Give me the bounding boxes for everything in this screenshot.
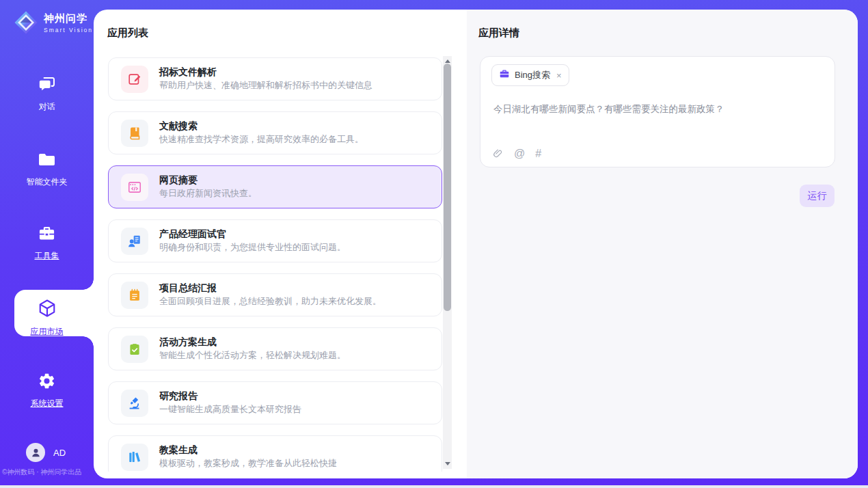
copyright-text: ©神州数码 · 神州问学出品 xyxy=(2,467,81,477)
scrollbar-up-arrow[interactable] xyxy=(445,59,450,63)
scrollbar-thumb[interactable] xyxy=(444,64,451,311)
browser-code-icon xyxy=(121,174,148,201)
bottom-strip xyxy=(0,485,868,488)
tool-chip-label: Bing搜索 xyxy=(515,69,550,81)
app-card-description: 明确身份和职责，为您提供专业性的面试问题。 xyxy=(159,242,346,254)
paperclip-icon[interactable] xyxy=(492,148,504,159)
gear-icon xyxy=(38,372,56,393)
app-card-description: 帮助用户快速、准确地理解和解析招标书中的关键信息 xyxy=(159,80,372,92)
sidebar-item-chat[interactable]: 对话 xyxy=(0,75,94,113)
app-card[interactable]: 招标文件解析帮助用户快速、准确地理解和解析招标书中的关键信息 xyxy=(108,57,442,100)
folder-icon xyxy=(38,150,56,172)
app-card-title: 活动方案生成 xyxy=(159,336,346,349)
sidebar-item-label: 工具集 xyxy=(35,250,59,262)
brand-diamond-icon xyxy=(14,10,38,35)
sidebar-item-gear[interactable]: 系统设置 xyxy=(0,372,94,409)
sidebar-item-label: 对话 xyxy=(39,101,55,113)
app-list: 招标文件解析帮助用户快速、准确地理解和解析招标书中的关键信息文献搜索快速精准查找… xyxy=(108,57,442,472)
cube-icon xyxy=(37,298,57,321)
microscope-icon xyxy=(121,390,148,417)
tool-chip-bing-search[interactable]: Bing搜索 × xyxy=(491,64,569,86)
app-list-title: 应用列表 xyxy=(107,27,148,40)
scrollbar-down-arrow[interactable] xyxy=(445,462,450,465)
books-icon xyxy=(121,444,148,471)
attachment-toolbar: @# xyxy=(492,148,541,159)
brand-tagline: Smart Vision xyxy=(44,27,93,33)
app-detail-title: 应用详情 xyxy=(478,27,519,40)
app-card[interactable]: 研究报告一键智能生成高质量长文本研究报告 xyxy=(108,381,442,424)
at-icon[interactable]: @ xyxy=(514,148,525,159)
brand-name: 神州问学 xyxy=(44,12,93,25)
app-card-title: 项目总结汇报 xyxy=(159,282,381,295)
notepad-icon xyxy=(121,282,148,309)
app-card[interactable]: 网页摘要每日政府新闻资讯快查。 xyxy=(108,165,442,208)
run-button[interactable]: 运行 xyxy=(800,185,835,207)
toolbox-icon xyxy=(38,224,56,245)
app-card-description: 一键智能生成高质量长文本研究报告 xyxy=(159,404,301,416)
app-card-title: 网页摘要 xyxy=(159,174,257,187)
app-card-title: 产品经理面试官 xyxy=(159,228,346,241)
prompt-text[interactable]: 今日湖北有哪些新闻要点？有哪些需要关注的最新政策？ xyxy=(493,103,822,116)
close-icon[interactable]: × xyxy=(556,70,562,81)
sidebar-item-cube[interactable]: 应用市场 xyxy=(0,298,94,338)
app-card-title: 研究报告 xyxy=(159,390,301,403)
app-card-description: 每日政府新闻资讯快查。 xyxy=(159,188,257,200)
pencil-square-icon xyxy=(121,66,148,93)
interviewer-icon xyxy=(121,228,148,255)
app-window: 神州问学 Smart Vision 对话智能文件夹工具集应用市场系统设置 AD … xyxy=(0,0,868,488)
user-row[interactable]: AD xyxy=(26,443,66,462)
sidebar-item-label: 智能文件夹 xyxy=(27,176,68,188)
avatar[interactable] xyxy=(26,443,45,462)
clipboard-check-icon xyxy=(121,336,148,363)
app-card-description: 全面回顾项目进展，总结经验教训，助力未来优化发展。 xyxy=(159,296,381,308)
app-card-title: 教案生成 xyxy=(159,444,337,457)
app-card[interactable]: 活动方案生成智能生成个性化活动方案，轻松解决规划难题。 xyxy=(108,327,442,370)
app-card[interactable]: 文献搜索快速精准查找学术资源，提高研究效率的必备工具。 xyxy=(108,111,442,154)
brand-logo: 神州问学 Smart Vision xyxy=(14,10,93,35)
book-icon xyxy=(121,120,148,147)
prompt-card: Bing搜索 × 今日湖北有哪些新闻要点？有哪些需要关注的最新政策？ @# xyxy=(480,56,835,167)
chat-icon xyxy=(38,75,56,96)
app-card-description: 智能生成个性化活动方案，轻松解决规划难题。 xyxy=(159,350,346,362)
app-card[interactable]: 项目总结汇报全面回顾项目进展，总结经验教训，助力未来优化发展。 xyxy=(108,273,442,316)
app-card-title: 文献搜索 xyxy=(159,120,364,133)
app-card-description: 快速精准查找学术资源，提高研究效率的必备工具。 xyxy=(159,134,364,146)
sidebar-item-folder[interactable]: 智能文件夹 xyxy=(0,150,94,188)
sidebar-item-toolbox[interactable]: 工具集 xyxy=(0,224,94,262)
user-initials: AD xyxy=(53,448,66,458)
hash-icon[interactable]: # xyxy=(535,148,541,159)
sidebar-item-label: 系统设置 xyxy=(31,398,64,409)
app-card-description: 模板驱动，教案秒成，教学准备从此轻松快捷 xyxy=(159,458,337,470)
app-card-title: 招标文件解析 xyxy=(159,66,372,79)
app-card[interactable]: 产品经理面试官明确身份和职责，为您提供专业性的面试问题。 xyxy=(108,219,442,262)
app-card[interactable]: 教案生成模板驱动，教案秒成，教学准备从此轻松快捷 xyxy=(108,435,442,472)
briefcase-icon xyxy=(499,68,510,82)
scrollbar[interactable] xyxy=(443,56,452,469)
sidebar-item-label: 应用市场 xyxy=(31,326,64,338)
